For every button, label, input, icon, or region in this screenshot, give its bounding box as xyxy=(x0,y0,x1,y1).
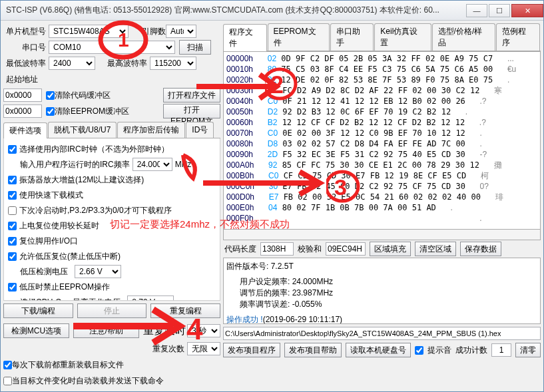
cpu-volt-label: 选择CPU-Core最高工作电压 xyxy=(20,297,121,301)
tab-progfile[interactable]: 程序文件 xyxy=(223,24,267,51)
minbaud-label: 最低波特率 xyxy=(3,58,49,69)
tab-hwopt[interactable]: 硬件选项 xyxy=(3,122,47,138)
tab-price[interactable]: 选型/价格/样品 xyxy=(432,23,496,51)
opt-irc-cb[interactable] xyxy=(8,145,17,154)
download-button[interactable]: 下载/编程 xyxy=(3,303,73,318)
checksum-value xyxy=(326,242,366,256)
irc-freq-label: 输入用户程序运行时的IRC频率 xyxy=(20,159,130,170)
success-count-value xyxy=(491,343,511,357)
repeat-count-label: 重复次数 xyxy=(152,343,184,355)
open-code-button[interactable]: 打开程序文件 xyxy=(163,88,220,102)
publish-set-button[interactable]: 发布项目程序 xyxy=(223,343,280,357)
minbaud-select[interactable]: 2400 xyxy=(49,57,95,70)
codelen-value xyxy=(260,242,294,256)
clear-button[interactable]: 清空区域 xyxy=(415,242,456,256)
com-label: 串口号 xyxy=(3,42,49,53)
start-addr-label: 起始地址 xyxy=(3,74,38,85)
delay-label: 重复延时 xyxy=(143,324,186,338)
maximize-button[interactable]: ☐ xyxy=(489,4,510,17)
tip-sound-cb[interactable] xyxy=(415,346,423,355)
window-title: STC-ISP (V6.86Q) (销售电话: 0513-55012928) 官… xyxy=(6,5,465,16)
repeat-count-select[interactable]: 无限 xyxy=(187,342,220,355)
code-addr-input[interactable] xyxy=(3,89,42,102)
autodl-cb[interactable] xyxy=(3,377,12,385)
file-path xyxy=(223,327,541,340)
pins-select[interactable]: Auto xyxy=(166,25,196,38)
minimize-button[interactable]: — xyxy=(466,4,487,17)
maxbaud-label: 最高波特率 xyxy=(102,58,147,69)
clear-code-cb[interactable] xyxy=(46,91,55,100)
check-mcu-button[interactable]: 检测MCU选项 xyxy=(3,323,69,338)
tab-id[interactable]: ID号 xyxy=(186,122,214,138)
tab-example[interactable]: 范例程序 xyxy=(496,23,540,51)
maxbaud-select[interactable]: 115200 xyxy=(150,57,196,70)
stop-button: 停止 xyxy=(77,303,147,318)
left-tab-strip: 硬件选项 脱机下载/U8/U7 程序加密后传输 ID号 xyxy=(3,122,220,138)
mcu-label: 单片机型号 xyxy=(3,26,49,37)
com-select[interactable]: COM10 xyxy=(49,41,175,54)
tab-encrypt[interactable]: 程序加密后传输 xyxy=(117,122,185,138)
console-output[interactable]: 固件版本号: 7.2.5T 用户设定频率: 24.000MHz 调节后的频率: … xyxy=(223,258,541,324)
opt-reset-io-cb[interactable] xyxy=(8,237,17,246)
opt-gain-cb[interactable] xyxy=(8,176,17,184)
tab-keil[interactable]: Keil仿真设置 xyxy=(374,23,431,51)
hex-view[interactable]: 00000h 02 0D 9F C2 DF 05 2B 05 3A 32 FF … xyxy=(223,51,541,230)
opt-lvd-cb[interactable] xyxy=(8,252,17,261)
publish-help-button[interactable]: 发布项目帮助 xyxy=(284,343,342,357)
irc-freq-select[interactable]: 24.000 xyxy=(133,158,172,171)
pins-label: 引脚数 xyxy=(142,26,166,37)
opt-fastdl-cb[interactable] xyxy=(8,191,17,200)
reset-count-button[interactable]: 清零 xyxy=(515,343,541,357)
checksum-label: 校验和 xyxy=(298,244,322,255)
eeprom-addr-input[interactable] xyxy=(3,104,42,118)
clear-eeprom-cb[interactable] xyxy=(46,107,55,116)
lvd-select[interactable]: 2.66 V xyxy=(75,265,121,278)
clear-eeprom-label: 清除EEPROM缓冲区 xyxy=(55,106,129,117)
cpu-volt-select[interactable]: 2.79 V xyxy=(127,295,174,301)
open-eeprom-button[interactable]: 打开EEPROM文件 xyxy=(163,104,220,118)
scan-button[interactable]: 扫描 xyxy=(179,40,211,55)
read-disk-button[interactable]: 读取本机硬盘号 xyxy=(346,343,411,357)
opt-lvd-eeprom-cb[interactable] xyxy=(8,283,17,292)
success-count-label: 成功计数 xyxy=(455,345,487,356)
reprogram-button[interactable]: 重复编程 xyxy=(150,303,220,318)
fill-button[interactable]: 区域填充 xyxy=(370,242,411,256)
annotation-note: 切记一定要选择24mhz，不然对频不成功 xyxy=(110,218,290,231)
right-tab-strip: 程序文件 EEPROM文件 串口助手 Keil仿真设置 选型/价格/样品 范例程… xyxy=(223,23,541,51)
save-button[interactable]: 保存数据 xyxy=(460,242,501,256)
opt-coldboot-cb[interactable] xyxy=(8,206,17,215)
lvd-label: 低压检测电压 xyxy=(20,266,68,278)
help-button[interactable]: 注意/帮助 xyxy=(73,323,139,338)
close-button[interactable]: ✕ xyxy=(511,4,543,17)
codelen-label: 代码长度 xyxy=(224,244,256,255)
irc-freq-unit: MHz xyxy=(175,160,192,169)
reload-cb[interactable] xyxy=(3,361,12,369)
tab-serial[interactable]: 串口助手 xyxy=(330,23,374,51)
clear-code-label: 清除代码缓冲区 xyxy=(55,90,111,101)
tab-eepromfile[interactable]: EEPROM文件 xyxy=(268,23,330,51)
delay-select[interactable]: 3 秒 xyxy=(187,324,220,337)
mcu-select[interactable]: STC15W408AS xyxy=(49,25,129,38)
tab-offline[interactable]: 脱机下载/U8/U7 xyxy=(48,122,117,138)
opt-reset-long-cb[interactable] xyxy=(8,222,17,230)
title-bar: STC-ISP (V6.86Q) (销售电话: 0513-55012928) 官… xyxy=(1,1,543,21)
